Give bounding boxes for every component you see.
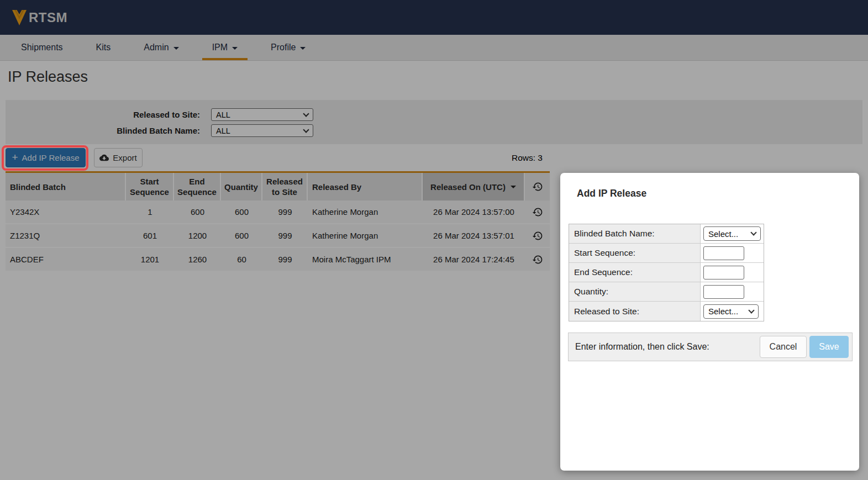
- cancel-button[interactable]: Cancel: [760, 336, 807, 358]
- released-to-site-select[interactable]: Select...: [703, 304, 759, 319]
- form-row-blinded-batch-name: Blinded Batch Name: Select...: [569, 224, 764, 244]
- add-ip-release-form: Blinded Batch Name: Select... Start Sequ…: [569, 224, 764, 321]
- add-ip-release-modal: Add IP Release Blinded Batch Name: Selec…: [560, 173, 859, 471]
- modal-footer: Enter information, then click Save: Canc…: [568, 333, 853, 361]
- blinded-batch-name-label: Blinded Batch Name:: [569, 224, 701, 243]
- start-sequence-input[interactable]: [703, 246, 744, 260]
- quantity-input[interactable]: [703, 285, 744, 299]
- form-row-end-sequence: End Sequence:: [569, 263, 764, 282]
- chevron-down-icon: [750, 229, 756, 235]
- app-window: RTSM Shipments Kits Admin IPM Profile IP…: [0, 0, 868, 480]
- form-row-released-to-site: Released to Site: Select...: [569, 302, 764, 321]
- released-to-site-select-value: Select...: [708, 307, 738, 316]
- chevron-down-icon: [748, 307, 754, 313]
- footer-instruction: Enter information, then click Save:: [575, 342, 709, 352]
- end-sequence-input[interactable]: [703, 266, 744, 279]
- released-to-site-label: Released to Site:: [569, 302, 701, 321]
- form-row-start-sequence: Start Sequence:: [569, 244, 764, 263]
- blinded-batch-name-select[interactable]: Select...: [703, 226, 761, 241]
- form-row-quantity: Quantity:: [569, 282, 764, 302]
- blinded-batch-name-select-value: Select...: [708, 229, 738, 239]
- quantity-label: Quantity:: [569, 282, 701, 301]
- start-sequence-label: Start Sequence:: [569, 244, 701, 262]
- end-sequence-label: End Sequence:: [569, 263, 701, 282]
- red-highlight-annotation: [2, 145, 88, 171]
- modal-title: Add IP Release: [577, 188, 859, 199]
- save-button[interactable]: Save: [809, 336, 849, 358]
